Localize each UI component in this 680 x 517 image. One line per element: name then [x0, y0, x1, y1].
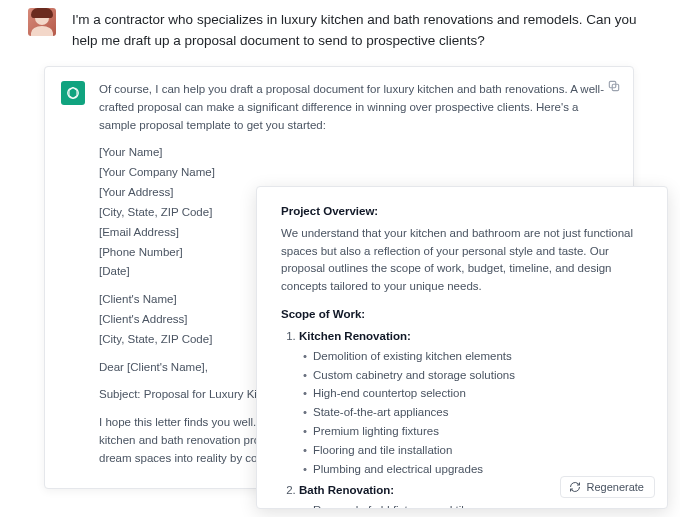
scope-bullets: Removal of old fixtures and tiles Instal… [299, 502, 647, 509]
field-line: [Your Name] [99, 144, 617, 162]
scope-section-kitchen: Kitchen Renovation: Demolition of existi… [299, 328, 647, 479]
list-item: Removal of old fixtures and tiles [303, 502, 647, 509]
copy-icon[interactable] [607, 79, 621, 93]
user-message-row: I'm a contractor who specializes in luxu… [28, 8, 660, 52]
assistant-avatar [61, 81, 85, 105]
user-message-text: I'm a contractor who specializes in luxu… [72, 8, 660, 52]
scope-bullets: Demolition of existing kitchen elements … [299, 348, 647, 479]
scope-title: Scope of Work: [281, 306, 647, 324]
scope-card: Project Overview: We understand that you… [256, 186, 668, 509]
overview-text: We understand that your kitchen and bath… [281, 225, 647, 296]
field-line: [Your Company Name] [99, 164, 617, 182]
regenerate-button[interactable]: Regenerate [560, 476, 656, 498]
overview-title: Project Overview: [281, 203, 647, 221]
list-item: Demolition of existing kitchen elements [303, 348, 647, 366]
openai-icon [65, 85, 81, 101]
assistant-intro: Of course, I can help you draft a propos… [99, 81, 617, 134]
scope-section-title: Bath Renovation: [299, 484, 394, 496]
list-item: State-of-the-art appliances [303, 404, 647, 422]
list-item: Custom cabinetry and storage solutions [303, 367, 647, 385]
list-item: Premium lighting fixtures [303, 423, 647, 441]
list-item: High-end countertop selection [303, 385, 647, 403]
user-avatar [28, 8, 56, 36]
regenerate-label: Regenerate [587, 481, 645, 493]
scope-section-title: Kitchen Renovation: [299, 330, 411, 342]
refresh-icon [569, 481, 581, 493]
list-item: Flooring and tile installation [303, 442, 647, 460]
